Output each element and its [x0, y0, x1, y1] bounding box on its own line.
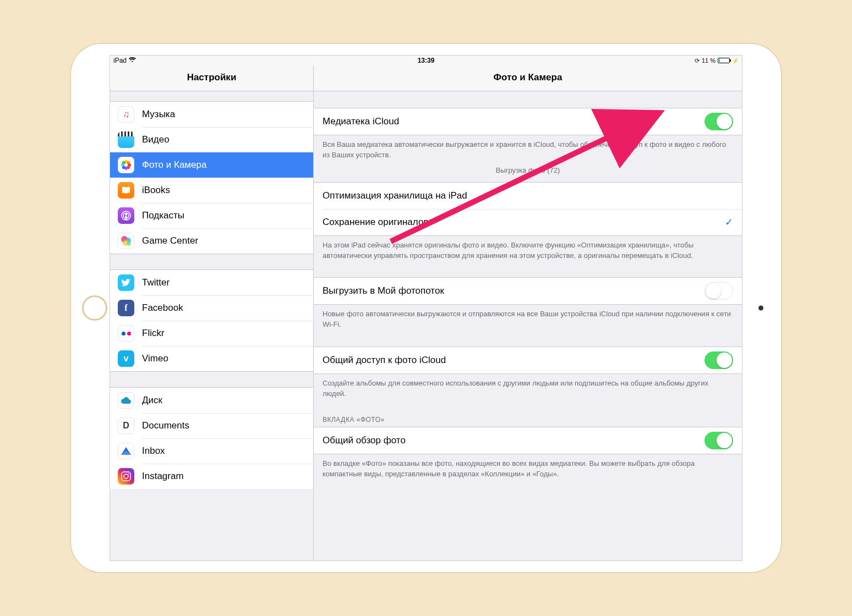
toggle-shared-icloud[interactable] — [704, 351, 733, 369]
music-icon: ♫ — [118, 106, 134, 123]
footer-photos-tab: Во вкладке «Фото» показаны все фото, нах… — [314, 454, 742, 480]
row-label: Общий доступ к фото iCloud — [323, 355, 704, 366]
battery-percent: 11 % — [702, 57, 716, 64]
inbox-icon — [118, 443, 134, 459]
sidebar-item-podcasts[interactable]: Подкасты — [110, 203, 313, 228]
row-label: Медиатека iCloud — [323, 116, 704, 127]
row-label: Выгрузить в Мой фотопоток — [323, 285, 704, 296]
home-button[interactable] — [82, 295, 107, 321]
sidebar-item-label: Подкасты — [142, 210, 184, 221]
toggle-summarize-photos[interactable] — [704, 432, 733, 449]
toggle-photostream[interactable] — [704, 282, 733, 300]
sidebar-item-label: Flickr — [142, 328, 165, 339]
vimeo-icon: v — [118, 350, 134, 367]
toggle-icloud-library[interactable] — [704, 113, 733, 130]
video-icon — [118, 131, 134, 148]
disk-icon — [118, 392, 134, 409]
sidebar-item-video[interactable]: Видео — [110, 127, 313, 152]
battery-icon — [718, 58, 730, 63]
ibooks-icon — [118, 182, 134, 199]
sidebar-group-social: Twitter f Facebook Flickr v Vimeo — [110, 270, 313, 372]
sidebar-item-inbox[interactable]: Inbox — [110, 438, 313, 464]
sidebar-item-documents[interactable]: D Documents — [110, 413, 313, 438]
footer-storage: На этом iPad сейчас хранятся оригиналы ф… — [314, 236, 742, 261]
group-photostream: Выгрузить в Мой фотопоток Новые фото авт… — [314, 277, 742, 330]
row-keep-originals[interactable]: Сохранение оригиналов ✓ — [314, 209, 742, 235]
sidebar-item-flickr[interactable]: Flickr — [110, 321, 313, 346]
sidebar-item-label: Instagram — [142, 471, 184, 482]
group-photos-tab: ВКЛАДКА «ФОТО» Общий обзор фото Во вклад… — [314, 416, 742, 480]
sidebar-item-gamecenter[interactable]: Game Center — [110, 228, 313, 254]
photos-icon — [118, 157, 134, 173]
screen: iPad 13:39 ⟳ 11 % ⚡ Настройки ♫ — [110, 55, 742, 561]
orientation-lock-icon: ⟳ — [695, 57, 700, 64]
row-summarize-photos[interactable]: Общий обзор фото — [314, 427, 742, 454]
sidebar-item-label: Facebook — [142, 302, 183, 314]
sidebar-item-label: Видео — [142, 134, 170, 145]
twitter-icon — [118, 274, 134, 291]
sidebar-item-music[interactable]: ♫ Музыка — [110, 102, 313, 127]
row-optimize-storage[interactable]: Оптимизация хранилища на iPad — [314, 183, 742, 209]
sidebar-item-label: Inbox — [142, 446, 165, 457]
sidebar-item-facebook[interactable]: f Facebook — [110, 295, 313, 321]
sidebar-group-media: ♫ Музыка Видео Фото и Камера — [110, 101, 313, 254]
sidebar-item-label: Музыка — [142, 109, 175, 120]
sidebar-item-disk[interactable]: Диск — [110, 388, 313, 413]
checkmark-icon: ✓ — [725, 216, 733, 228]
flickr-icon — [118, 325, 134, 342]
sidebar-item-vimeo[interactable]: v Vimeo — [110, 346, 313, 371]
sidebar-item-label: Диск — [142, 395, 162, 406]
row-label: Общий обзор фото — [323, 435, 704, 446]
sidebar-item-label: Vimeo — [142, 353, 168, 364]
svg-point-10 — [125, 213, 127, 216]
row-icloud-library[interactable]: Медиатека iCloud — [314, 108, 742, 135]
group-storage: Оптимизация хранилища на iPad Сохранение… — [314, 182, 742, 261]
sidebar-item-photo-camera[interactable]: Фото и Камера — [110, 152, 313, 178]
upload-status: Выгрузка фото (72) — [314, 161, 742, 174]
clock: 13:39 — [418, 57, 435, 64]
settings-sidebar[interactable]: Настройки ♫ Музыка Видео — [110, 65, 314, 560]
sidebar-item-label: Game Center — [142, 235, 198, 246]
svg-point-7 — [122, 161, 125, 164]
row-label: Сохранение оригиналов — [323, 217, 725, 228]
charging-icon: ⚡ — [732, 58, 739, 64]
svg-point-14 — [127, 242, 131, 246]
facebook-icon: f — [118, 300, 134, 316]
sidebar-item-label: Фото и Камера — [142, 160, 206, 170]
sidebar-item-label: Twitter — [142, 277, 170, 288]
detail-pane[interactable]: Фото и Камера Медиатека iCloud Вся Ваша … — [314, 65, 742, 560]
row-label: Оптимизация хранилища на iPad — [323, 190, 733, 201]
gamecenter-icon — [118, 233, 134, 249]
sidebar-item-instagram[interactable]: Instagram — [110, 464, 313, 489]
svg-point-16 — [124, 474, 128, 479]
row-photostream[interactable]: Выгрузить в Мой фотопоток — [314, 278, 742, 304]
footer-shared: Создайте альбомы для совместного использ… — [314, 374, 742, 399]
row-shared-icloud[interactable]: Общий доступ к фото iCloud — [314, 347, 742, 373]
ipad-frame: iPad 13:39 ⟳ 11 % ⚡ Настройки ♫ — [71, 44, 781, 572]
sidebar-group-apps: Диск D Documents Inbox — [110, 387, 313, 489]
sidebar-item-ibooks[interactable]: iBooks — [110, 178, 313, 203]
wifi-icon — [129, 57, 136, 64]
podcasts-icon — [118, 207, 134, 224]
front-camera — [758, 306, 763, 311]
group-icloud-library: Медиатека iCloud Вся Ваша медиатека авто… — [314, 108, 742, 174]
instagram-icon — [118, 468, 134, 485]
svg-point-17 — [128, 474, 129, 475]
footer-photostream: Новые фото автоматически выгружаются и о… — [314, 305, 742, 330]
status-bar: iPad 13:39 ⟳ 11 % ⚡ — [110, 56, 742, 65]
sidebar-item-label: iBooks — [142, 185, 170, 196]
footer-icloud-library: Вся Ваша медиатека автоматически выгружа… — [314, 135, 742, 161]
sidebar-title: Настройки — [110, 65, 313, 91]
group-shared: Общий доступ к фото iCloud Создайте альб… — [314, 346, 742, 399]
detail-title: Фото и Камера — [314, 65, 742, 91]
sidebar-item-twitter[interactable]: Twitter — [110, 270, 313, 295]
svg-rect-15 — [122, 472, 130, 481]
documents-icon: D — [118, 417, 134, 434]
group-header: ВКЛАДКА «ФОТО» — [314, 416, 742, 427]
device-label: iPad — [113, 57, 127, 64]
sidebar-item-label: Documents — [142, 420, 189, 431]
